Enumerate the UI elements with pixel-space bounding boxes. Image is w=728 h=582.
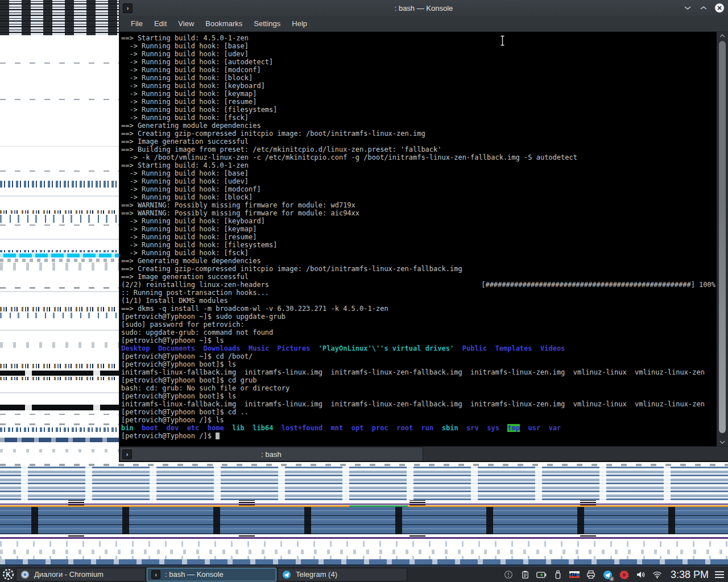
glitch-stripe [0,146,119,147]
menu-view[interactable]: View [172,17,200,30]
keyboard-layout-indicator[interactable]: ru [569,569,580,580]
glitch-stripe [0,541,728,547]
glitch-stripe [0,181,119,188]
window-titlebar[interactable]: › : bash — Konsole ✕ [119,0,728,16]
glitch-stripe [0,171,119,172]
task-telegram[interactable]: Telegram (4) [278,568,407,581]
terminal-line: -> Running build hook: [base] [121,42,717,50]
menu-help[interactable]: Help [286,17,313,30]
terminal-line: -> Running build hook: [keymap] [121,225,717,233]
glitch-stripe [0,392,119,393]
glitch-stripe [0,313,119,318]
glitch-stripe [0,405,119,410]
progress-bar: [#######################################… [481,281,715,289]
svg-text:K: K [6,571,11,579]
terminal-line: [petrovich@Typhoon boot]$ ls [121,392,717,400]
tab-bar: › : bash [119,446,728,461]
tab-bash[interactable]: › : bash [119,447,423,461]
telegram-badge: 4 [609,576,614,581]
glitch-stripe [0,377,119,380]
terminal-line: Desktop Documents Downloads Music Pictur… [121,344,717,352]
terminal-line: ==> Generating module dependencies [121,122,717,130]
scroll-up-icon[interactable] [717,32,728,40]
terminal-line: -> Running build hook: [resume] [121,233,717,241]
glitch-stripe [0,449,119,452]
terminal-line: -> Running build hook: [keyboard] [121,217,717,225]
telegram-tray-icon[interactable]: 4 [602,569,613,580]
close-button[interactable]: ✕ [714,3,725,13]
window-title: : bash — Konsole [119,4,728,13]
clipboard-icon[interactable] [520,569,530,580]
task-label: : bash — Konsole [165,570,224,579]
software-updates-icon[interactable] [619,569,629,580]
terminal-line: -> Running build hook: [resume] [121,98,717,106]
menu-settings[interactable]: Settings [248,17,286,30]
terminal-line: [sudo] password for petrovich: [121,321,717,329]
glitch-stripe [0,99,119,100]
glitch-stripe [0,559,728,564]
terminal-line: bash: cd: grub: No such file or director… [121,384,717,392]
clock[interactable]: 3:38 PM [671,567,709,582]
text-cursor-pointer [499,35,506,48]
glitch-stripe [0,253,119,257]
scrollbar-thumb[interactable] [719,41,726,433]
terminal-line: sudo: upgdate-grub: command not found [121,329,717,336]
glitch-stripe [0,371,119,376]
terminal-line: bin boot dev etc home lib lib64 lost+fou… [121,424,717,432]
maximize-button[interactable] [698,3,709,13]
scrollbar[interactable] [717,32,728,446]
glitch-stripe [0,550,728,554]
notifications-icon[interactable] [503,569,514,580]
task-label: Telegram (4) [296,570,337,579]
menu-bookmarks[interactable]: Bookmarks [200,17,248,30]
glitch-stripe [0,63,119,64]
glitch-stripe [0,196,119,197]
terminal-line: -> Running build hook: [block] [121,193,717,201]
close-icon: ✕ [715,3,724,13]
konsole-icon: › [151,569,161,580]
terminal-line: -> Running build hook: [keyboard] [121,82,717,90]
printer-icon[interactable] [586,569,596,580]
terminal-line: [petrovich@Typhoon boot]$ ls [121,360,717,368]
menu-edit[interactable]: Edit [148,17,172,30]
tab-label: : bash [120,450,423,459]
terminal-line: ==> Starting build: 4.5.0-1-zen [121,161,717,169]
terminal-line: ==> Image generation successful [121,138,717,146]
glitch-stripe [0,466,728,500]
terminal-line: -> Running build hook: [filesystems] [121,106,717,114]
terminal-line: -> Running build hook: [udev] [121,177,717,185]
terminal-line: -> Running build hook: [filesystems] [121,241,717,249]
minimize-button[interactable] [682,3,693,13]
removable-device-icon[interactable] [553,569,563,580]
terminal-line: ==> WARNING: Possibly missing firmware f… [121,209,717,217]
task-chromium[interactable]: Диалоги - Chromium [16,568,146,581]
system-tray: ru 4 [503,567,662,582]
glitch-stripe [0,0,119,35]
menu-file[interactable]: File [125,17,148,30]
russian-flag-icon: ru [569,571,580,578]
battery-charging-icon[interactable] [536,569,547,580]
application-launcher-button[interactable]: K [0,567,16,582]
terminal-output[interactable]: ==> Starting build: 4.5.0-1-zen -> Runni… [119,32,717,446]
terminal-line: -> Running build hook: [udev] [121,50,717,58]
glitch-stripe [0,364,119,368]
scroll-down-icon[interactable] [717,438,728,446]
terminal-line: initramfs-linux-fallback.img initramfs-l… [121,368,717,376]
terminal-line: ==> Image generation successful [121,273,717,281]
terminal-line: -> Running build hook: [modconf] [121,185,717,193]
menu-bar: File Edit View Bookmarks Settings Help [119,16,728,32]
desktop-glitch-bottom [0,462,728,566]
terminal-line: ==> Starting build: 4.5.0-1-zen [121,34,717,42]
panel-menu-button[interactable] [714,567,725,582]
wifi-icon[interactable] [652,569,662,580]
glitch-stripe [0,215,119,223]
glitch-stripe [0,259,119,262]
glitch-stripe [0,250,119,252]
task-konsole[interactable]: › : bash — Konsole [147,568,276,581]
volume-icon[interactable] [635,569,646,580]
terminal-line: [petrovich@Typhoon boot]$ cd .. [121,408,717,416]
terminal-line: (2/2) reinstalling linux-zen-headers[###… [121,281,717,289]
glitch-stripe [0,414,119,415]
terminal-line: (1/1) Install DKMS modules [121,297,717,305]
terminal-line: -> Running build hook: [fsck] [121,114,717,122]
